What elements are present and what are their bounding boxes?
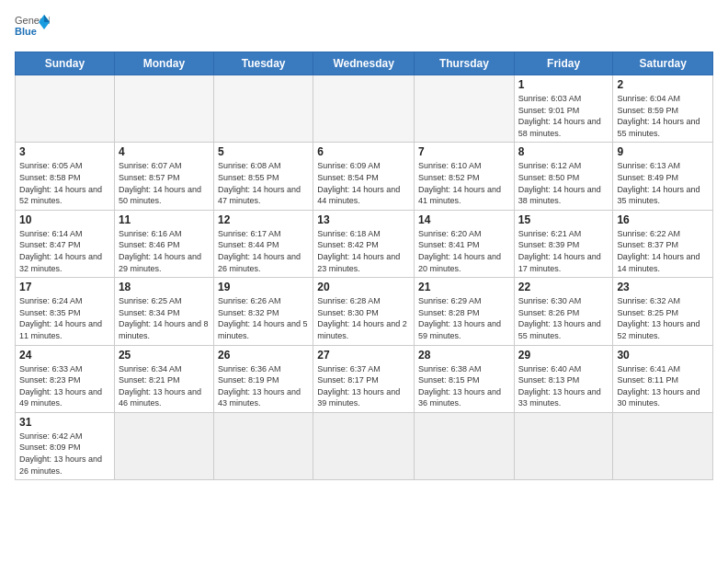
day-number: 12 [218, 213, 309, 226]
calendar-cell [214, 412, 313, 479]
day-info: Sunrise: 6:13 AMSunset: 8:49 PMDaylight:… [617, 160, 709, 206]
calendar-cell: 12Sunrise: 6:17 AMSunset: 8:44 PMDayligh… [214, 210, 313, 277]
calendar-cell [114, 75, 213, 143]
weekday-header-friday: Friday [514, 52, 613, 75]
day-number: 9 [617, 145, 709, 158]
day-number: 2 [617, 78, 709, 91]
weekday-header-row: SundayMondayTuesdayWednesdayThursdayFrid… [16, 52, 713, 75]
weekday-header-sunday: Sunday [16, 52, 115, 75]
day-info: Sunrise: 6:12 AMSunset: 8:50 PMDaylight:… [518, 160, 609, 206]
day-number: 31 [19, 416, 110, 429]
day-number: 7 [418, 145, 510, 158]
day-number: 30 [617, 349, 709, 362]
page: General Blue SundayMondayTuesdayWednesda… [0, 0, 728, 563]
day-number: 14 [418, 213, 510, 226]
calendar-cell: 1Sunrise: 6:03 AMSunset: 9:01 PMDaylight… [514, 75, 613, 143]
svg-text:Blue: Blue [15, 26, 37, 37]
day-info: Sunrise: 6:25 AMSunset: 8:34 PMDaylight:… [119, 295, 210, 341]
calendar-week-row: 31Sunrise: 6:42 AMSunset: 8:09 PMDayligh… [16, 412, 713, 479]
calendar-table: SundayMondayTuesdayWednesdayThursdayFrid… [15, 52, 713, 480]
day-info: Sunrise: 6:17 AMSunset: 8:44 PMDaylight:… [218, 228, 309, 274]
calendar-cell: 30Sunrise: 6:41 AMSunset: 8:11 PMDayligh… [613, 345, 713, 412]
day-info: Sunrise: 6:28 AMSunset: 8:30 PMDaylight:… [317, 295, 410, 341]
day-number: 10 [19, 213, 110, 226]
day-number: 15 [518, 213, 609, 226]
calendar-cell: 5Sunrise: 6:08 AMSunset: 8:55 PMDaylight… [214, 143, 313, 210]
day-number: 27 [317, 349, 410, 362]
calendar-cell [114, 412, 213, 479]
calendar-cell: 2Sunrise: 6:04 AMSunset: 8:59 PMDaylight… [613, 75, 713, 143]
day-number: 13 [317, 213, 410, 226]
calendar-week-row: 3Sunrise: 6:05 AMSunset: 8:58 PMDaylight… [16, 143, 713, 210]
day-number: 26 [218, 349, 309, 362]
day-info: Sunrise: 6:41 AMSunset: 8:11 PMDaylight:… [617, 363, 709, 409]
day-info: Sunrise: 6:38 AMSunset: 8:15 PMDaylight:… [418, 363, 510, 409]
calendar-cell [415, 412, 515, 479]
generalblue-logo-svg: General Blue [15, 11, 50, 46]
day-info: Sunrise: 6:16 AMSunset: 8:46 PMDaylight:… [119, 228, 210, 274]
day-number: 3 [19, 145, 110, 158]
day-info: Sunrise: 6:21 AMSunset: 8:39 PMDaylight:… [518, 228, 609, 274]
calendar-cell [313, 75, 415, 143]
header: General Blue [15, 11, 713, 46]
calendar-cell: 7Sunrise: 6:10 AMSunset: 8:52 PMDaylight… [415, 143, 515, 210]
day-number: 17 [19, 281, 110, 293]
calendar-cell: 27Sunrise: 6:37 AMSunset: 8:17 PMDayligh… [313, 345, 415, 412]
calendar-week-row: 1Sunrise: 6:03 AMSunset: 9:01 PMDaylight… [16, 75, 713, 143]
day-info: Sunrise: 6:33 AMSunset: 8:23 PMDaylight:… [19, 363, 110, 409]
day-number: 11 [119, 213, 210, 226]
day-info: Sunrise: 6:36 AMSunset: 8:19 PMDaylight:… [218, 363, 309, 409]
calendar-cell: 3Sunrise: 6:05 AMSunset: 8:58 PMDaylight… [16, 143, 115, 210]
day-info: Sunrise: 6:10 AMSunset: 8:52 PMDaylight:… [418, 160, 510, 206]
day-info: Sunrise: 6:07 AMSunset: 8:57 PMDaylight:… [119, 160, 210, 206]
day-info: Sunrise: 6:32 AMSunset: 8:25 PMDaylight:… [617, 295, 709, 341]
calendar-cell: 21Sunrise: 6:29 AMSunset: 8:28 PMDayligh… [415, 278, 515, 345]
day-info: Sunrise: 6:04 AMSunset: 8:59 PMDaylight:… [617, 93, 709, 139]
day-info: Sunrise: 6:09 AMSunset: 8:54 PMDaylight:… [317, 160, 410, 206]
calendar-week-row: 24Sunrise: 6:33 AMSunset: 8:23 PMDayligh… [16, 345, 713, 412]
calendar-cell [514, 412, 613, 479]
day-info: Sunrise: 6:18 AMSunset: 8:42 PMDaylight:… [317, 228, 410, 274]
day-number: 8 [518, 145, 609, 158]
day-number: 21 [418, 281, 510, 293]
calendar-week-row: 17Sunrise: 6:24 AMSunset: 8:35 PMDayligh… [16, 278, 713, 345]
day-info: Sunrise: 6:29 AMSunset: 8:28 PMDaylight:… [418, 295, 510, 341]
calendar-cell: 13Sunrise: 6:18 AMSunset: 8:42 PMDayligh… [313, 210, 415, 277]
weekday-header-saturday: Saturday [613, 52, 713, 75]
day-number: 4 [119, 145, 210, 158]
weekday-header-tuesday: Tuesday [214, 52, 313, 75]
calendar-cell: 25Sunrise: 6:34 AMSunset: 8:21 PMDayligh… [114, 345, 213, 412]
calendar-cell: 8Sunrise: 6:12 AMSunset: 8:50 PMDaylight… [514, 143, 613, 210]
day-number: 23 [617, 281, 709, 293]
day-info: Sunrise: 6:40 AMSunset: 8:13 PMDaylight:… [518, 363, 609, 409]
day-number: 16 [617, 213, 709, 226]
weekday-header-monday: Monday [114, 52, 213, 75]
day-info: Sunrise: 6:34 AMSunset: 8:21 PMDaylight:… [119, 363, 210, 409]
day-number: 5 [218, 145, 309, 158]
day-info: Sunrise: 6:20 AMSunset: 8:41 PMDaylight:… [418, 228, 510, 274]
day-info: Sunrise: 6:22 AMSunset: 8:37 PMDaylight:… [617, 228, 709, 274]
day-number: 18 [119, 281, 210, 293]
calendar-cell: 23Sunrise: 6:32 AMSunset: 8:25 PMDayligh… [613, 278, 713, 345]
calendar-cell: 19Sunrise: 6:26 AMSunset: 8:32 PMDayligh… [214, 278, 313, 345]
weekday-header-thursday: Thursday [415, 52, 515, 75]
day-info: Sunrise: 6:14 AMSunset: 8:47 PMDaylight:… [19, 228, 110, 274]
day-info: Sunrise: 6:26 AMSunset: 8:32 PMDaylight:… [218, 295, 309, 341]
calendar-cell [16, 75, 115, 143]
calendar-cell: 24Sunrise: 6:33 AMSunset: 8:23 PMDayligh… [16, 345, 115, 412]
calendar-cell [415, 75, 515, 143]
calendar-cell [613, 412, 713, 479]
calendar-cell: 14Sunrise: 6:20 AMSunset: 8:41 PMDayligh… [415, 210, 515, 277]
calendar-cell: 6Sunrise: 6:09 AMSunset: 8:54 PMDaylight… [313, 143, 415, 210]
calendar-cell: 4Sunrise: 6:07 AMSunset: 8:57 PMDaylight… [114, 143, 213, 210]
calendar-cell: 15Sunrise: 6:21 AMSunset: 8:39 PMDayligh… [514, 210, 613, 277]
day-info: Sunrise: 6:24 AMSunset: 8:35 PMDaylight:… [19, 295, 110, 341]
calendar-cell: 22Sunrise: 6:30 AMSunset: 8:26 PMDayligh… [514, 278, 613, 345]
calendar-cell: 16Sunrise: 6:22 AMSunset: 8:37 PMDayligh… [613, 210, 713, 277]
day-number: 1 [518, 78, 609, 91]
calendar-cell: 17Sunrise: 6:24 AMSunset: 8:35 PMDayligh… [16, 278, 115, 345]
calendar-cell: 20Sunrise: 6:28 AMSunset: 8:30 PMDayligh… [313, 278, 415, 345]
day-number: 28 [418, 349, 510, 362]
day-info: Sunrise: 6:03 AMSunset: 9:01 PMDaylight:… [518, 93, 609, 139]
calendar-cell: 28Sunrise: 6:38 AMSunset: 8:15 PMDayligh… [415, 345, 515, 412]
